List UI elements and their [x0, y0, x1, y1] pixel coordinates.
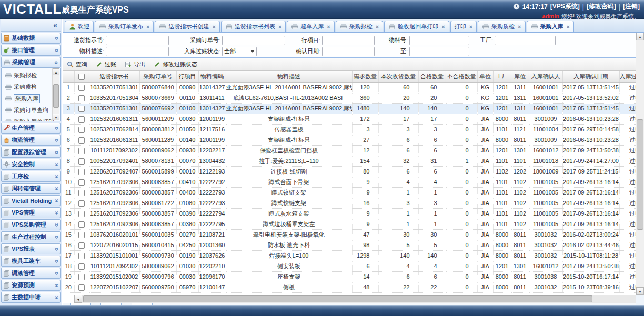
horizontal-scroll-thumb[interactable]	[83, 295, 592, 302]
sidebar-group[interactable]: 工序检«	[1, 171, 61, 182]
row-checkbox[interactable]	[78, 85, 85, 91]
sidebar-group[interactable]: Victall Holding«	[1, 195, 61, 206]
sidebar-group[interactable]: VPS采购管理«	[1, 219, 61, 230]
select-all-checkbox[interactable]	[78, 74, 85, 80]
scroll-down-icon[interactable]: ▼	[636, 287, 644, 295]
column-header[interactable]: 入库过账状态	[619, 71, 636, 82]
filter-input[interactable]	[106, 47, 169, 56]
row-checkbox[interactable]	[78, 211, 85, 217]
sidebar-subitem[interactable]: 采购入库单打印	[5, 116, 52, 121]
scroll-up-icon[interactable]: ▲	[53, 68, 59, 75]
column-header[interactable]: 库位	[511, 71, 529, 82]
column-header[interactable]: 不合格数量	[446, 71, 477, 82]
table-row[interactable]: 210335201705130458000736690011013011411底…	[63, 93, 636, 103]
table-row[interactable]: 1212516201709230658000817220108012222793…	[63, 198, 636, 208]
row-checkbox[interactable]	[78, 106, 85, 112]
tab[interactable]: 采购质检×	[478, 21, 525, 32]
sidebar-group[interactable]: 安全控制«	[1, 159, 61, 170]
row-checkbox[interactable]	[78, 263, 85, 270]
posting-status-select[interactable]: 全部	[222, 47, 257, 56]
column-header[interactable]: 送货指示书	[89, 71, 139, 82]
tab[interactable]: 超单入库×	[287, 21, 334, 32]
submenu-scroll-thumb[interactable]	[53, 84, 59, 108]
row-checkbox[interactable]	[78, 158, 85, 165]
logout-link[interactable]: [注销]	[623, 2, 640, 11]
sidebar-group[interactable]: 主数据申请«	[1, 292, 61, 303]
sidebar-group[interactable]: 调漆管理«	[1, 268, 61, 279]
filter-input[interactable]	[222, 36, 285, 45]
submenu-scrollbar[interactable]: ▲▼	[52, 68, 59, 120]
table-row[interactable]: 410253201606131156000112090003012001199支…	[63, 114, 636, 124]
sidebar-group[interactable]: 采购管理«	[1, 57, 61, 68]
column-header[interactable]: 采购订单号	[139, 71, 176, 82]
row-checkbox[interactable]	[78, 95, 85, 101]
tab-close-icon[interactable]: ×	[567, 24, 570, 30]
vps-system-link[interactable]: [VPS系统]	[550, 2, 580, 11]
column-header[interactable]: 物料编码	[198, 71, 226, 82]
sidebar-group[interactable]: 配置跟踪管理«	[1, 147, 61, 158]
sidebar-collapse-icon[interactable]: «	[53, 21, 57, 29]
table-row[interactable]: 1112516201709230658000838570040012222793…	[63, 187, 636, 198]
sidebar-group[interactable]: 物流管理«	[1, 135, 61, 146]
tab-close-icon[interactable]: ×	[376, 24, 379, 30]
column-header[interactable]: 本次收货数量	[378, 71, 418, 82]
row-checkbox[interactable]	[78, 137, 85, 144]
sidebar-subitem[interactable]: 采购入库	[5, 93, 52, 104]
row-checkbox[interactable]	[78, 148, 85, 154]
change-password-link[interactable]: [修改密码]	[587, 2, 616, 11]
filter-input[interactable]	[495, 36, 556, 45]
row-checkbox[interactable]	[78, 200, 85, 207]
column-header[interactable]: 工厂	[493, 71, 511, 82]
row-checkbox[interactable]	[78, 253, 85, 259]
table-row[interactable]: 1711339201510100156000097300019012037626…	[63, 250, 636, 261]
table-row[interactable]: 1911339201510200256000097960003012096170…	[63, 271, 636, 282]
filter-input[interactable]	[322, 47, 375, 56]
tab[interactable]: 采购入库×	[527, 21, 574, 32]
tab[interactable]: 欢迎	[65, 21, 94, 32]
toolbar-button[interactable]: 修改过账状态	[154, 60, 197, 68]
sidebar-group[interactable]: 接口管理«	[1, 45, 61, 56]
tab[interactable]: 采购订单发布×	[95, 21, 154, 32]
table-row[interactable]: 912286201709240756000158990001012122193连…	[63, 166, 636, 177]
table-row[interactable]: 1312516201709230658000838570039012222794…	[63, 208, 636, 219]
row-checkbox[interactable]	[78, 190, 85, 196]
scroll-up-icon[interactable]: ▲	[636, 33, 644, 40]
tab[interactable]: 打印×	[450, 21, 477, 32]
tab-close-icon[interactable]: ×	[212, 24, 215, 30]
scroll-left-icon[interactable]: ◄	[74, 295, 82, 303]
sidebar-subitem[interactable]: 采购报检	[5, 69, 52, 81]
table-row[interactable]: 310335201705130158000766920010013014327亚…	[63, 103, 636, 114]
horizontal-scroll-track[interactable]	[82, 295, 636, 303]
sidebar-subitem[interactable]: 采购订单查询	[5, 104, 52, 116]
tab[interactable]: 送货指示书列表×	[221, 21, 286, 32]
filter-input[interactable]	[322, 36, 375, 45]
column-header[interactable]: 物料描述	[226, 71, 352, 82]
tab-close-icon[interactable]: ×	[518, 24, 521, 30]
row-checkbox[interactable]	[78, 116, 85, 123]
sidebar-group[interactable]: VPS报表«	[1, 243, 61, 254]
column-header[interactable]: 单位	[477, 71, 493, 82]
table-row[interactable]: 710111201709230258000890620093012202217保…	[63, 145, 636, 156]
table-row[interactable]: 2012207201510220756000097500597012100147…	[63, 282, 636, 292]
row-checkbox[interactable]	[78, 169, 85, 175]
table-row[interactable]: 1612207201602011556000104150425012001360…	[63, 240, 636, 250]
row-checkbox[interactable]	[78, 242, 85, 249]
column-header[interactable]: 入库确认人	[529, 71, 562, 82]
column-header[interactable]: 需求数量	[352, 71, 378, 82]
tab[interactable]: 验收退回单打印×	[384, 21, 449, 32]
sidebar-group[interactable]: VPS管理«	[1, 207, 61, 218]
scroll-down-icon[interactable]: ▼	[53, 114, 59, 120]
tab[interactable]: 采购报检×	[336, 21, 383, 32]
table-row[interactable]: 1810111201709230258000890620103012202210…	[63, 261, 636, 271]
sidebar-group[interactable]: 生产过程控制«	[1, 231, 61, 242]
tab-close-icon[interactable]: ×	[469, 24, 472, 30]
sidebar-group[interactable]: 周转箱管理«	[1, 183, 61, 194]
filter-input[interactable]	[106, 36, 169, 45]
toolbar-button[interactable]: 查询	[67, 60, 87, 68]
vertical-scrollbar[interactable]: ▲ ▼	[636, 33, 644, 295]
filter-input[interactable]	[409, 47, 469, 56]
tab[interactable]: 送货指示书创建×	[155, 21, 219, 32]
tab-close-icon[interactable]: ×	[278, 24, 281, 30]
column-header[interactable]: 行项目	[176, 71, 198, 82]
row-checkbox[interactable]	[78, 232, 85, 238]
